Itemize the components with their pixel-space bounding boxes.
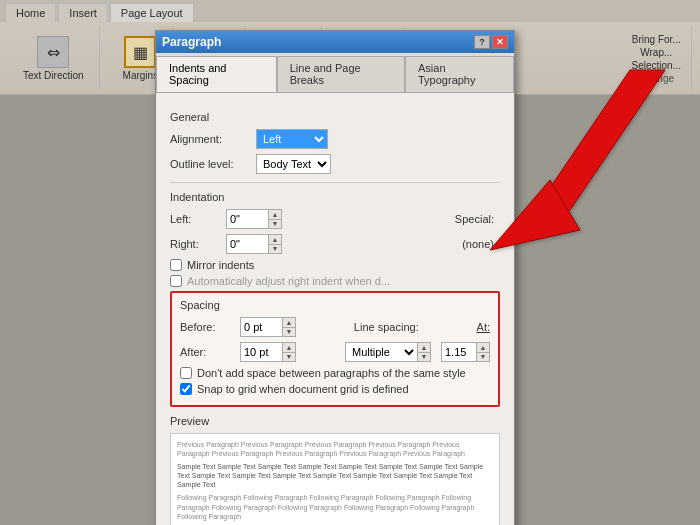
mirror-indents-row: Mirror indents <box>170 259 500 271</box>
line-spacing-select[interactable]: Multiple Single 1.5 lines Double <box>345 342 417 362</box>
at-down[interactable]: ▼ <box>477 353 489 362</box>
mirror-indents-label: Mirror indents <box>187 259 254 271</box>
after-input[interactable] <box>240 342 282 362</box>
indent-right-down[interactable]: ▼ <box>269 245 281 254</box>
preview-text-3: Following Paragraph Following Paragraph … <box>177 493 493 520</box>
before-label: Before: <box>180 321 230 333</box>
divider-1 <box>170 182 500 183</box>
dialog-controls: ? ✕ <box>474 35 508 49</box>
indent-right-arrows: ▲ ▼ <box>268 234 282 254</box>
at-input[interactable] <box>441 342 476 362</box>
dont-add-space-label: Don't add space between paragraphs of th… <box>197 367 466 379</box>
line-spacing-up[interactable]: ▲ <box>418 343 430 353</box>
preview-text-2: Sample Text Sample Text Sample Text Samp… <box>177 462 493 489</box>
before-arrows: ▲ ▼ <box>282 317 296 337</box>
before-input[interactable] <box>240 317 282 337</box>
at-up[interactable]: ▲ <box>477 343 489 353</box>
alignment-select[interactable]: Left Centered Right Justified <box>256 129 328 149</box>
preview-box: Previous Paragraph Previous Paragraph Pr… <box>170 433 500 525</box>
indent-right-row: Right: ▲ ▼ (none) <box>170 234 500 254</box>
before-up[interactable]: ▲ <box>283 318 295 328</box>
indent-left-arrows: ▲ ▼ <box>268 209 282 229</box>
line-spacing-label: Line spacing: <box>354 321 419 333</box>
at-label: At: <box>477 321 490 333</box>
dialog-body: General Alignment: Left Centered Right J… <box>156 93 514 525</box>
preview-section-header: Preview <box>170 415 500 427</box>
indent-left-label: Left: <box>170 213 220 225</box>
dialog-close-button[interactable]: ✕ <box>492 35 508 49</box>
dialog-tab-bar: Indents and Spacing Line and Page Breaks… <box>156 53 514 93</box>
indent-left-input[interactable] <box>226 209 268 229</box>
auto-adjust-label: Automatically adjust right indent when d… <box>187 275 390 287</box>
indent-left-spinner: ▲ ▼ <box>226 209 282 229</box>
dialog-titlebar: Paragraph ? ✕ <box>156 31 514 53</box>
after-down[interactable]: ▼ <box>283 353 295 362</box>
after-arrows: ▲ ▼ <box>282 342 296 362</box>
preview-text-1: Previous Paragraph Previous Paragraph Pr… <box>177 440 493 458</box>
indent-right-up[interactable]: ▲ <box>269 235 281 245</box>
indent-right-input[interactable] <box>226 234 268 254</box>
outline-level-row: Outline level: Body Text Level 1 <box>170 154 500 174</box>
dialog-title-left: Paragraph <box>162 35 221 49</box>
dialog-help-button[interactable]: ? <box>474 35 490 49</box>
tab-indents-spacing[interactable]: Indents and Spacing <box>156 56 277 92</box>
before-spinner: ▲ ▼ <box>240 317 296 337</box>
line-spacing-spinner: Multiple Single 1.5 lines Double ▲ ▼ <box>345 342 431 362</box>
line-spacing-arrows: ▲ ▼ <box>417 342 431 362</box>
outline-level-select[interactable]: Body Text Level 1 <box>256 154 331 174</box>
general-section-header: General <box>170 111 500 123</box>
dont-add-space-checkbox[interactable] <box>180 367 192 379</box>
snap-to-grid-label: Snap to grid when document grid is defin… <box>197 383 409 395</box>
indentation-section-header: Indentation <box>170 191 500 203</box>
alignment-label: Alignment: <box>170 133 250 145</box>
after-up[interactable]: ▲ <box>283 343 295 353</box>
after-label: After: <box>180 346 230 358</box>
indent-right-label: Right: <box>170 238 220 250</box>
spacing-after-row: After: ▲ ▼ Multiple Single 1.5 lin <box>180 342 490 362</box>
dialog-title: Paragraph <box>162 35 221 49</box>
snap-to-grid-row: Snap to grid when document grid is defin… <box>180 383 490 395</box>
before-down[interactable]: ▼ <box>283 328 295 337</box>
dialog-overlay: Paragraph ? ✕ Indents and Spacing Line a… <box>0 0 700 525</box>
after-spinner: ▲ ▼ <box>240 342 296 362</box>
tab-line-page-breaks[interactable]: Line and Page Breaks <box>277 56 405 92</box>
indent-right-spinner: ▲ ▼ <box>226 234 282 254</box>
spacing-before-row: Before: ▲ ▼ Line spacing: At: <box>180 317 490 337</box>
indent-left-down[interactable]: ▼ <box>269 220 281 229</box>
line-spacing-down[interactable]: ▼ <box>418 353 430 362</box>
tab-asian-typography[interactable]: Asian Typography <box>405 56 514 92</box>
spacing-section: Spacing Before: ▲ ▼ Line spacing: At: <box>170 291 500 407</box>
special-value-label: (none) <box>445 238 500 250</box>
indent-left-row: Left: ▲ ▼ Special: <box>170 209 500 229</box>
spacing-section-header: Spacing <box>180 299 490 311</box>
indent-left-up[interactable]: ▲ <box>269 210 281 220</box>
at-arrows: ▲ ▼ <box>476 342 490 362</box>
dont-add-space-row: Don't add space between paragraphs of th… <box>180 367 490 379</box>
outline-level-label: Outline level: <box>170 158 250 170</box>
at-spinner: ▲ ▼ <box>441 342 490 362</box>
auto-adjust-row: Automatically adjust right indent when d… <box>170 275 500 287</box>
alignment-row: Alignment: Left Centered Right Justified <box>170 129 500 149</box>
mirror-indents-checkbox[interactable] <box>170 259 182 271</box>
special-label: Special: <box>445 213 500 225</box>
paragraph-dialog: Paragraph ? ✕ Indents and Spacing Line a… <box>155 30 515 525</box>
auto-adjust-checkbox[interactable] <box>170 275 182 287</box>
snap-to-grid-checkbox[interactable] <box>180 383 192 395</box>
